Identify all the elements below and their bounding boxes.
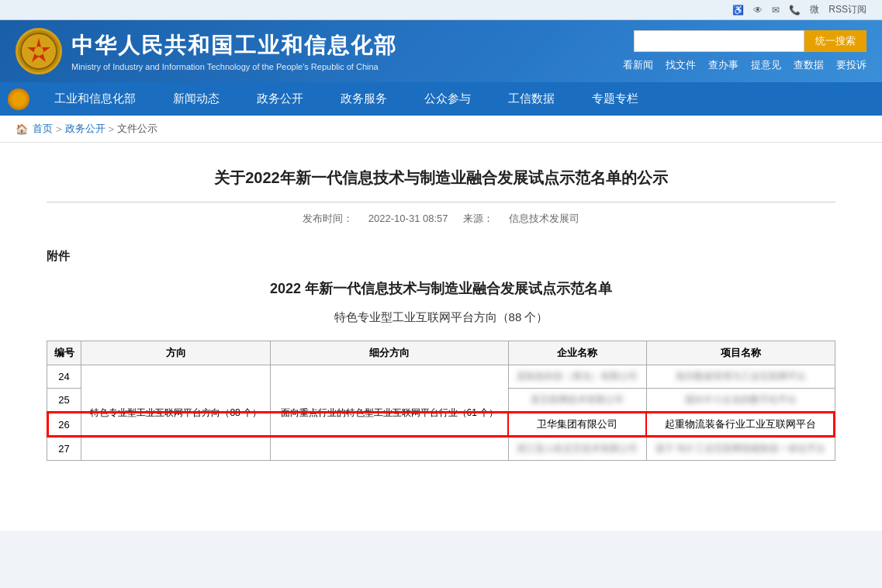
nav-item-public[interactable]: 公众参与 [406,82,489,116]
cell-company: 某互联网技术有限公司 [508,389,646,413]
home-icon: 🏠 [16,123,28,135]
cell-direction: 特色专业型工业互联网平台方向（88 个） [81,365,271,461]
breadcrumb-home[interactable]: 首页 [33,122,53,136]
quicklink-file[interactable]: 找文件 [666,58,696,72]
cell-num: 25 [47,389,81,413]
quicklink-opinion[interactable]: 提意见 [751,58,781,72]
search-input[interactable] [634,30,804,52]
cell-project: 基于 NUI 工业互联网智能制造一体化平台 [646,437,835,461]
quick-links: 看新闻 找文件 查办事 提意见 查数据 要投诉 [623,58,866,72]
col-project: 项目名称 [646,341,835,365]
publish-label: 发布时间： [303,213,353,224]
header-title-cn: 中华人民共和国工业和信息化部 [71,31,397,61]
table-header-row: 编号 方向 细分方向 企业名称 项目名称 [47,341,835,365]
nav-item-miit[interactable]: 工业和信息化部 [36,82,154,116]
source: 信息技术发展司 [509,213,579,224]
col-sub: 细分方向 [271,341,508,365]
nav: 工业和信息化部 新闻动态 政务公开 政务服务 公众参与 工信数据 专题专栏 [0,82,882,116]
weibo-icon[interactable]: 微 [810,3,819,16]
article-divider [47,202,835,202]
quicklink-data[interactable]: 查数据 [794,58,824,72]
letter-icon[interactable]: ✉ [772,5,780,16]
search-button[interactable]: 统一搜索 [804,30,866,52]
cell-num: 27 [47,437,81,461]
nav-item-special[interactable]: 专题专栏 [573,82,657,116]
search-bar: 统一搜索 [634,30,866,52]
header-title-block: 中华人民共和国工业和信息化部 Ministry of Industry and … [71,31,397,71]
breadcrumb-gov-open[interactable]: 政务公开 [65,122,105,136]
phone-icon[interactable]: 📞 [789,5,801,16]
header-left: 中华人民共和国工业和信息化部 Ministry of Industry and … [16,28,397,74]
table-row: 24特色专业型工业互联网平台方向（88 个）面向重点行业的特色型工业互联网平台行… [47,365,835,389]
header-right: 统一搜索 看新闻 找文件 查办事 提意见 查数据 要投诉 [623,30,866,72]
rss-label[interactable]: RSS订阅 [828,3,866,16]
quicklink-service[interactable]: 查办事 [708,58,738,72]
breadcrumb-current: 文件公示 [117,122,157,136]
publish-date: 2022-10-31 08:57 [368,213,448,224]
disability-icon[interactable]: 👁 [753,5,763,16]
cell-num: 24 [47,365,81,389]
section-subtitle: 特色专业型工业互联网平台方向（88 个） [47,310,835,325]
accessibility-icon[interactable]: ♿ [732,5,744,16]
col-company: 企业名称 [508,341,646,365]
cell-company: 浙江某人机交互技术有限公司 [508,437,646,461]
svg-point-2 [34,47,43,56]
cell-project: 面向中小企业的数字化平台 [646,389,835,413]
sep1: > [56,123,62,135]
cell-company: 某制造科技（青岛）有限公司 [508,365,646,389]
emblem [16,28,62,74]
cell-company: 卫华集团有限公司 [508,412,646,437]
attachment-label: 附件 [47,249,835,264]
data-table: 编号 方向 细分方向 企业名称 项目名称 24特色专业型工业互联网平台方向（88… [47,341,835,461]
cell-project: 海关数据管理与工业互联网平台 [646,365,835,389]
header-title-en: Ministry of Industry and Information Tec… [71,62,397,71]
nav-item-gxdata[interactable]: 工信数据 [489,82,573,116]
quicklink-news[interactable]: 看新闻 [623,58,653,72]
breadcrumb: 🏠 首页 > 政务公开 > 文件公示 [0,116,882,143]
nav-item-news[interactable]: 新闻动态 [154,82,238,116]
nav-item-gov-service[interactable]: 政务服务 [322,82,406,116]
sep2: > [109,123,115,135]
quicklink-complaint[interactable]: 要投诉 [836,58,866,72]
col-num: 编号 [47,341,81,365]
nav-item-gov-open[interactable]: 政务公开 [238,82,322,116]
cell-sub: 面向重点行业的特色型工业互联网平台行业（61 个） [271,365,508,461]
doc-title: 2022 年新一代信息技术与制造业融合发展试点示范名单 [47,279,835,298]
source-label: 来源： [463,213,493,224]
header: 中华人民共和国工业和信息化部 Ministry of Industry and … [0,20,882,82]
main-content: 关于2022年新一代信息技术与制造业融合发展试点示范名单的公示 发布时间： 20… [0,143,882,531]
cell-num: 26 [47,412,81,437]
article-meta: 发布时间： 2022-10-31 08:57 来源： 信息技术发展司 [47,212,835,226]
top-bar: ♿ 👁 ✉ 📞 微 RSS订阅 [0,0,882,20]
col-direction: 方向 [81,341,271,365]
cell-project: 起重物流装备行业工业互联网平台 [646,412,835,437]
nav-logo [8,88,29,110]
article-title: 关于2022年新一代信息技术与制造业融合发展试点示范名单的公示 [47,166,835,189]
